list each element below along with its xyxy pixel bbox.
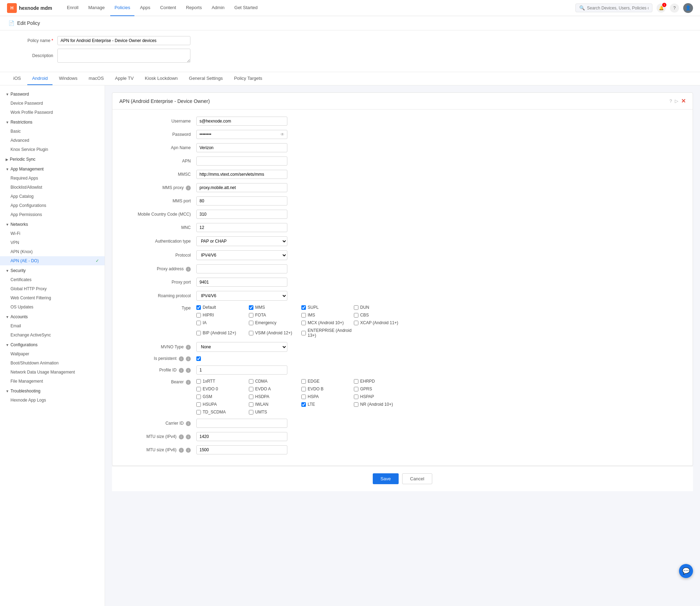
chat-button[interactable]: 💬 (679, 564, 693, 578)
bearer-edge-input[interactable] (301, 379, 306, 384)
checkbox-fota-input[interactable] (249, 313, 253, 318)
nav-item-admin[interactable]: Admin (208, 0, 229, 16)
sidebar-item-email[interactable]: Email (0, 321, 105, 330)
checkbox-default-input[interactable] (196, 305, 201, 310)
bearer-cdma-input[interactable] (249, 379, 253, 384)
mmsc-input[interactable] (196, 170, 287, 179)
mtu-ipv4-info-icon[interactable]: i (179, 434, 184, 439)
bearer-hspap-input[interactable] (354, 395, 358, 399)
checkbox-enterprise-input[interactable] (301, 331, 306, 335)
checkbox-supl-input[interactable] (301, 305, 306, 310)
bearer-umts-input[interactable] (249, 410, 253, 415)
mtu-ipv6-info2-icon[interactable]: i (186, 448, 191, 453)
sidebar-section-header-periodic-sync[interactable]: ▶ Periodic Sync (0, 155, 105, 164)
search-input[interactable] (587, 6, 649, 11)
mcc-input[interactable] (196, 210, 287, 219)
roaming-protocol-select[interactable]: IPV4 IPV6 IPV4/V6 (196, 291, 287, 301)
mms-proxy-info-icon[interactable]: i (186, 186, 191, 190)
proxy-port-input[interactable] (196, 278, 287, 287)
username-input[interactable] (196, 117, 287, 126)
checkbox-ims-input[interactable] (301, 313, 306, 318)
carrier-id-info-icon[interactable]: i (186, 421, 191, 426)
sidebar-item-os-updates[interactable]: OS Updates (0, 302, 105, 312)
mtu-ipv4-input[interactable] (196, 432, 287, 441)
bearer-iwlan-input[interactable] (249, 402, 253, 407)
sidebar-section-header-password[interactable]: ▼ Password (0, 90, 105, 99)
checkbox-hipri-input[interactable] (196, 313, 201, 318)
checkbox-xcap-input[interactable] (354, 321, 358, 325)
sidebar-item-app-permissions[interactable]: App Permissions (0, 210, 105, 219)
tab-general-settings[interactable]: General Settings (184, 72, 228, 85)
apn-input[interactable] (196, 156, 287, 166)
tab-ios[interactable]: iOS (8, 72, 26, 85)
is-persistent-info-icon[interactable]: i (179, 356, 184, 361)
user-avatar[interactable]: 👤 (683, 3, 693, 13)
mtu-ipv4-info2-icon[interactable]: i (186, 434, 191, 439)
nav-item-policies[interactable]: Policies (110, 0, 134, 16)
sidebar-item-exchange-activesync[interactable]: Exchange ActiveSync (0, 330, 105, 340)
checkbox-emergency-input[interactable] (249, 321, 253, 325)
bearer-gsm-input[interactable] (196, 395, 201, 399)
is-persistent-checkbox[interactable] (196, 356, 201, 361)
checkbox-mcx-input[interactable] (301, 321, 306, 325)
sidebar-item-web-content-filtering[interactable]: Web Content Filtering (0, 293, 105, 302)
search-bar[interactable]: 🔍 (575, 4, 652, 12)
sidebar-section-header-configurations[interactable]: ▼ Configurations (0, 340, 105, 349)
mtu-ipv6-input[interactable] (196, 445, 287, 454)
mvno-type-select[interactable]: None SPN IMSI GID ICCID (196, 342, 287, 352)
sidebar-item-blocklist-allowlist[interactable]: Blocklist/Allowlist (0, 183, 105, 192)
sidebar-item-advanced[interactable]: Advanced (0, 136, 105, 145)
sidebar-section-header-networks[interactable]: ▼ Networks (0, 220, 105, 229)
profile-id-input[interactable] (196, 365, 287, 375)
sidebar-item-file-management[interactable]: File Management (0, 377, 105, 386)
is-persistent-info2-icon[interactable]: i (186, 356, 191, 361)
sidebar-item-app-catalog[interactable]: App Catalog (0, 192, 105, 201)
tab-android[interactable]: Android (27, 72, 53, 85)
profile-id-info-icon[interactable]: i (179, 368, 184, 373)
sidebar-item-apn-ae-do[interactable]: APN (AE - DO) ✓ (0, 256, 105, 265)
save-button[interactable]: Save (373, 473, 399, 484)
nav-item-content[interactable]: Content (156, 0, 181, 16)
bearer-gprs-input[interactable] (354, 387, 358, 391)
sidebar-item-apn-knox[interactable]: APN (Knox) (0, 247, 105, 256)
checkbox-vsim-input[interactable] (249, 331, 253, 335)
checkbox-ia-input[interactable] (196, 321, 201, 325)
checkbox-mms-input[interactable] (249, 305, 253, 310)
sidebar-item-required-apps[interactable]: Required Apps (0, 174, 105, 183)
auth-type-select[interactable]: None PAP CHAP PAP or CHAP (196, 236, 287, 246)
bearer-lte-input[interactable] (301, 402, 306, 407)
mvno-type-info-icon[interactable]: i (186, 345, 191, 350)
mnc-input[interactable] (196, 223, 287, 232)
sidebar-section-header-app-management[interactable]: ▼ App Management (0, 165, 105, 174)
protocol-select[interactable]: IPV4 IPV6 IPV4/V6 (196, 250, 287, 260)
sidebar-item-wifi[interactable]: Wi-Fi (0, 229, 105, 238)
policy-name-input[interactable] (57, 36, 190, 45)
nav-item-get-started[interactable]: Get Started (230, 0, 262, 16)
mms-port-input[interactable] (196, 196, 287, 206)
mtu-ipv6-info-icon[interactable]: i (179, 448, 184, 453)
tab-macos[interactable]: macOS (84, 72, 108, 85)
sidebar-item-wallpaper[interactable]: Wallpaper (0, 349, 105, 358)
bearer-hsdpa-input[interactable] (249, 395, 253, 399)
bearer-evdob-input[interactable] (301, 387, 306, 391)
sidebar-item-hexnode-app-logs[interactable]: Hexnode App Logs (0, 396, 105, 405)
profile-id-info2-icon[interactable]: i (186, 368, 191, 373)
sidebar-item-device-password[interactable]: Device Password (0, 99, 105, 108)
description-textarea[interactable] (57, 49, 190, 63)
sidebar-item-certificates[interactable]: Certificates (0, 275, 105, 284)
sidebar-item-boot-shutdown[interactable]: Boot/Shutdown Animation (0, 358, 105, 368)
nav-item-enroll[interactable]: Enroll (63, 0, 83, 16)
help-button[interactable]: ? (670, 98, 672, 104)
play-button[interactable]: ▷ (675, 98, 678, 104)
proxy-address-input[interactable] (196, 264, 287, 273)
nav-item-apps[interactable]: Apps (136, 0, 155, 16)
proxy-address-info-icon[interactable]: i (186, 267, 191, 272)
password-input[interactable] (196, 130, 287, 139)
bearer-hsupa-input[interactable] (196, 402, 201, 407)
bearer-evdo0-input[interactable] (196, 387, 201, 391)
sidebar-item-work-profile-password[interactable]: Work Profile Password (0, 108, 105, 117)
cancel-button[interactable]: Cancel (402, 473, 432, 484)
mms-proxy-input[interactable] (196, 183, 287, 192)
tab-kiosk-lockdown[interactable]: Kiosk Lockdown (140, 72, 183, 85)
sidebar-section-header-troubleshooting[interactable]: ▼ Troubleshooting (0, 386, 105, 396)
